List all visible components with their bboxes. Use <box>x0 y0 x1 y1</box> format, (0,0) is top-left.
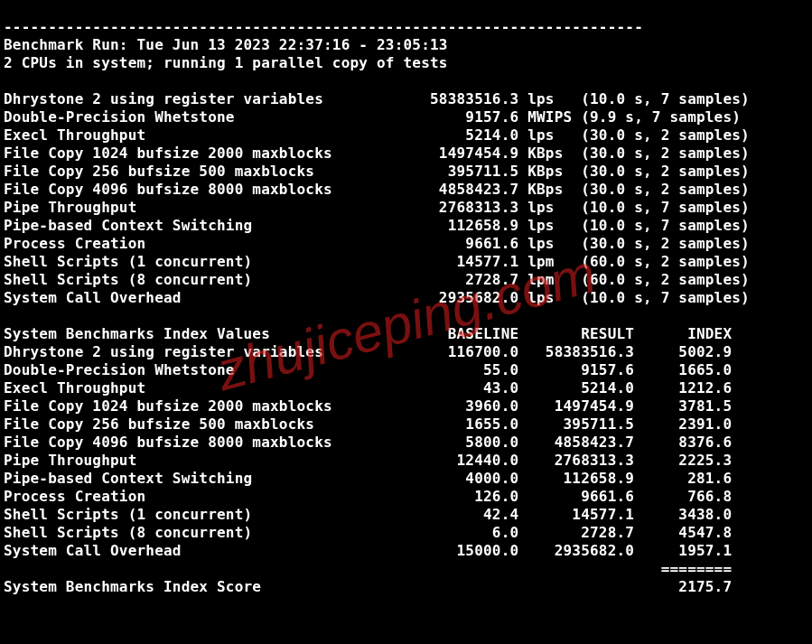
terminal-output: ----------------------------------------… <box>0 14 812 596</box>
